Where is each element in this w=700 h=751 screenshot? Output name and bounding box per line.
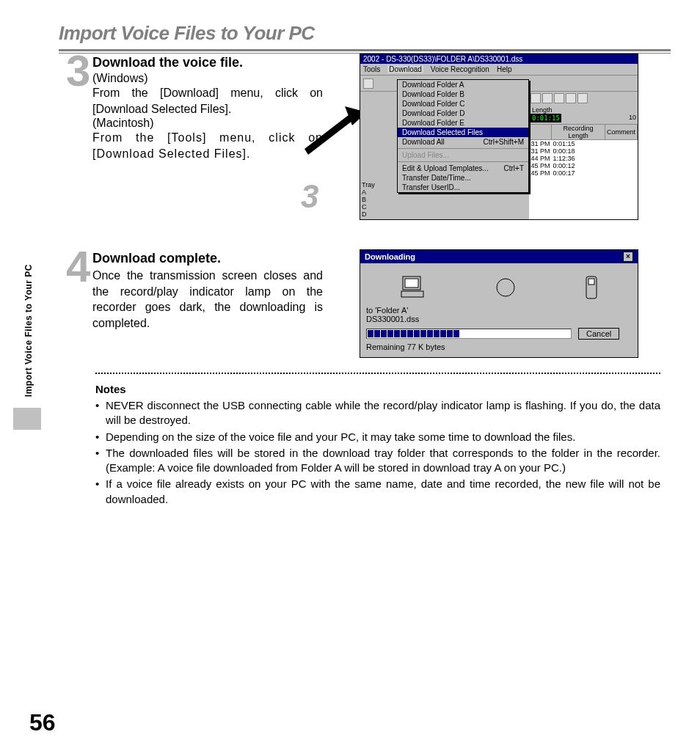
svg-rect-4 <box>401 291 423 297</box>
step3-windows-label: (Windows) <box>92 72 323 85</box>
menu-item-folder-c[interactable]: Download Folder C <box>398 99 528 109</box>
tray-panel: Tray A B C D <box>360 180 382 219</box>
menu-item-folder-b[interactable]: Download Folder B <box>398 89 528 99</box>
menu-download[interactable]: Download <box>387 65 423 73</box>
step3-title: Download the voice file. <box>92 55 323 70</box>
menu-item-folder-d[interactable]: Download Folder D <box>398 109 528 118</box>
note-item: NEVER disconnect the USB connecting cabl… <box>95 398 660 428</box>
header-rule <box>59 49 671 51</box>
svg-rect-7 <box>588 279 594 285</box>
svg-marker-0 <box>305 112 356 155</box>
tray-item[interactable]: C <box>362 203 381 210</box>
menu-item-upload-files[interactable]: Upload Files... <box>398 150 528 160</box>
note-item: The downloaded files will be stored in t… <box>95 446 660 476</box>
svg-point-5 <box>497 279 514 296</box>
menu-item-folder-a[interactable]: Download Folder A <box>398 80 528 89</box>
tray-item[interactable]: B <box>362 196 381 203</box>
notes-divider <box>95 373 660 374</box>
toolbar-icon[interactable] <box>363 78 373 89</box>
flag-icon[interactable] <box>531 93 541 103</box>
tray-item[interactable]: D <box>362 210 381 218</box>
file-text: DS330001.dss <box>366 315 632 323</box>
menu-item-folder-e[interactable]: Download Folder E <box>398 118 528 128</box>
downloading-dialog: Downloading × to 'Folder A' DS330001.dss <box>360 249 638 358</box>
gear-icon[interactable] <box>577 93 588 103</box>
menu-tools[interactable]: Tools <box>363 65 380 73</box>
window-title-bar: 2002 - DS-330(DS33)\FOLDER A\DS330001.ds… <box>360 54 638 64</box>
note-item: Depending on the size of the voice file … <box>95 430 660 444</box>
step4-text: Once the transmission screen closes and … <box>92 268 323 331</box>
step3-image-marker: 3 <box>301 178 318 215</box>
file-list-pane: Length 0:01:15 10 Recording LengthCommen… <box>529 92 638 219</box>
app-window-screenshot: 2002 - DS-330(DS33)\FOLDER A\DS330001.ds… <box>360 54 638 220</box>
recording-table: Recording LengthComment 31 PM0:01:15 31 … <box>529 124 638 177</box>
menu-item-userid[interactable]: Transfer UserID... <box>398 183 528 192</box>
close-button[interactable]: × <box>623 252 633 262</box>
table-row[interactable]: 31 PM0:00:18 <box>530 147 638 155</box>
transfer-ring-icon <box>495 276 517 298</box>
menu-item-datetime[interactable]: Transfer Date/Time... <box>398 173 528 183</box>
notes-section: Notes NEVER disconnect the USB connectin… <box>95 383 660 507</box>
step3-mac-text: From the [Tools] menu, click on [Downloa… <box>92 130 323 161</box>
cancel-button[interactable]: Cancel <box>578 328 619 340</box>
side-tab-box <box>13 408 41 430</box>
computer-icon <box>400 275 426 300</box>
page-number: 56 <box>29 709 56 736</box>
tray-item[interactable]: A <box>362 188 381 196</box>
menu-item-templates[interactable]: Edit & Upload Templates...Ctrl+T <box>398 164 528 173</box>
step3-mac-label: (Macintosh) <box>92 117 323 130</box>
table-row[interactable]: 44 PM1:12:36 <box>530 155 638 162</box>
page-title: Import Voice Files to Your PC <box>59 22 671 45</box>
menu-bar: Tools Download Voice Recognition Help <box>360 64 638 76</box>
col-recording-length[interactable]: Recording Length <box>552 125 605 140</box>
recorder-icon <box>585 275 598 300</box>
step-number-4: 4 <box>66 249 91 285</box>
tray-title: Tray <box>362 181 381 188</box>
step3-windows-text: From the [Download] menu, click on [Down… <box>92 85 323 117</box>
dialog-title: Downloading <box>365 252 415 261</box>
remaining-text: Remaining 77 K bytes <box>366 342 632 351</box>
side-section-label: Import Voice Files to Your PC <box>23 264 34 397</box>
col-comment[interactable]: Comment <box>605 125 637 140</box>
download-dropdown-menu: Download Folder A Download Folder B Down… <box>397 79 529 193</box>
notes-title: Notes <box>95 383 660 395</box>
menu-voice-recognition[interactable]: Voice Recognition <box>431 65 489 73</box>
menu-help[interactable]: Help <box>497 65 512 73</box>
table-row[interactable]: 45 PM0:00:12 <box>530 162 638 169</box>
svg-rect-3 <box>405 279 418 287</box>
step4-title: Download complete. <box>92 251 323 266</box>
cancel-icon[interactable] <box>554 93 564 103</box>
dest-text: to 'Folder A' <box>366 306 632 315</box>
extra-label: 10 <box>629 114 636 121</box>
length-value: 0:01:15 <box>531 114 561 122</box>
menu-item-download-selected[interactable]: Download Selected Files <box>398 128 528 137</box>
step-number-3: 3 <box>66 54 91 89</box>
progress-bar <box>366 329 572 339</box>
note-item: If a voice file already exists on your P… <box>95 477 660 507</box>
check-icon[interactable] <box>542 93 553 103</box>
doc-icon[interactable] <box>566 93 576 103</box>
table-row[interactable]: 45 PM0:00:17 <box>530 169 638 177</box>
table-row[interactable]: 31 PM0:01:15 <box>530 140 638 148</box>
dialog-title-bar: Downloading × <box>360 250 638 263</box>
menu-item-download-all[interactable]: Download AllCtrl+Shift+M <box>398 137 528 147</box>
